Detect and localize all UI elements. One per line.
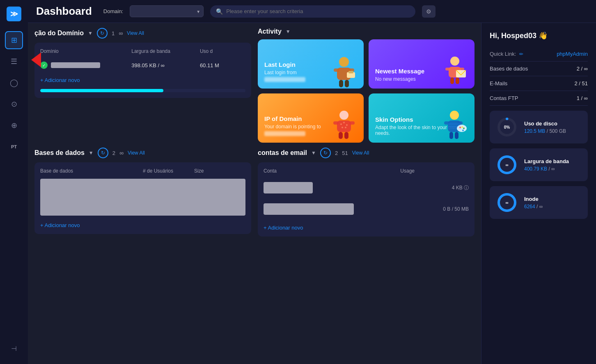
last-login-card[interactable]: Last Login Last login from	[258, 39, 364, 89]
right-sidebar: Hi, Hosped03 👋 Quick Link: ✏ phpMyAdmin …	[481, 23, 596, 364]
databases-view-all[interactable]: View All	[128, 150, 145, 156]
svg-point-8	[450, 57, 459, 66]
domain-table-row: ✓ 398.05 KB / ∞ 60.11 M	[40, 58, 245, 72]
usage-col-header: Uso d	[200, 48, 245, 54]
stat-emails-value: 2 / 51	[574, 80, 588, 86]
databases-table-header: Base de dados # de Usuários Size	[40, 168, 245, 177]
user-icon: ◯	[10, 78, 18, 87]
sidebar-item-messages[interactable]: ☰	[5, 52, 23, 71]
sidebar-item-dashboard[interactable]: ⊞	[5, 31, 23, 49]
email-row-1-bar	[264, 182, 313, 193]
stat-row-ftp: Contas FTP 1 / ∞	[490, 91, 588, 106]
domain-view-all[interactable]: View All	[127, 30, 144, 36]
domain-table: Domínio Largura de banda Uso d ✓ 398.05 …	[34, 43, 251, 98]
settings-icon: ⊙	[11, 100, 17, 109]
databases-refresh-button[interactable]: ↻	[98, 148, 108, 158]
domain-select-wrapper: ▼	[130, 5, 204, 17]
last-login-value-bar	[264, 77, 305, 82]
bandwidth-col-header: Largura de banda	[131, 48, 200, 54]
activity-chevron-icon[interactable]: ▼	[286, 29, 291, 34]
disk-donut-label: 0%	[504, 125, 510, 130]
domain-select[interactable]	[130, 5, 204, 17]
email-chevron-icon[interactable]: ▼	[311, 150, 316, 156]
dashboard-icon: ⊞	[11, 36, 17, 45]
disk-resource-value: 120.5 MB / 500 GB	[524, 128, 581, 134]
svg-rect-20	[344, 132, 348, 139]
sidebar: ≫ ⊞ ☰ ◯ ⊙ ⊕ PT ⊣	[0, 0, 28, 364]
quick-link-row: Quick Link: ✏ phpMyAdmin	[490, 47, 588, 61]
logout-icon: ⊣	[11, 345, 17, 353]
domain-status-icon: ✓	[40, 61, 48, 69]
ip-domain-value-bar	[264, 131, 305, 136]
stat-row-databases: Bases de dados 2 / ∞	[490, 61, 588, 76]
app-logo[interactable]: ≫	[7, 7, 21, 21]
topbar: Dashboard Domain: ▼ 🔍 ⚙	[28, 0, 596, 23]
bandwidth-resource-card: ∞ Largura de banda 400.79 KB / ∞	[490, 148, 588, 181]
svg-rect-19	[339, 132, 343, 139]
svg-rect-5	[345, 80, 349, 87]
bandwidth-donut: ∞	[496, 154, 518, 175]
databases-count: 2	[112, 150, 115, 156]
email-refresh-button[interactable]: ↻	[320, 148, 331, 158]
activity-section-title: Activity	[258, 28, 282, 35]
svg-rect-2	[334, 68, 339, 72]
newest-message-illustration	[438, 52, 471, 89]
databases-title: Bases de dados	[34, 149, 85, 157]
inode-donut: ∞	[496, 192, 518, 213]
sidebar-item-logout[interactable]: ⊣	[5, 339, 23, 357]
db-add-new-button[interactable]: + Adicionar novo	[40, 217, 245, 228]
search-bar[interactable]: 🔍	[210, 5, 415, 18]
filter-button[interactable]: ⚙	[422, 5, 436, 18]
edit-icon[interactable]: ✏	[519, 51, 523, 57]
page-title: Dashboard	[36, 5, 92, 18]
domain-count: 1	[112, 30, 115, 36]
search-input[interactable]	[226, 8, 410, 14]
skin-options-card[interactable]: Skin Options Adapt the look of the skin …	[369, 93, 475, 143]
sidebar-item-user[interactable]: ◯	[5, 74, 23, 92]
email-title: contas de email	[258, 149, 307, 157]
svg-rect-7	[348, 71, 353, 73]
stat-row-emails: E-Mails 2 / 51	[490, 76, 588, 91]
domain-add-new-button[interactable]: + Adicionar novo	[40, 72, 245, 83]
domain-chevron-icon[interactable]: ▼	[88, 30, 93, 36]
sidebar-bottom: ⊣	[5, 339, 23, 357]
sidebar-item-lang[interactable]: PT	[5, 138, 23, 156]
svg-rect-10	[445, 68, 450, 71]
content-area: ção do Domínio ▼ ↻ 1 ∞ View All Domínio …	[28, 23, 596, 364]
svg-point-36	[461, 126, 463, 128]
svg-rect-13	[456, 77, 459, 84]
svg-point-23	[346, 124, 348, 126]
email-count: 2	[335, 150, 338, 156]
email-add-new-button[interactable]: + Adicionar novo	[264, 220, 469, 231]
svg-point-34	[457, 125, 467, 132]
databases-chevron-icon[interactable]: ▼	[89, 150, 94, 156]
email-section: contas de email ▼ ↻ 2 51 View All Conta …	[258, 143, 475, 237]
svg-point-26	[450, 111, 459, 120]
usage-value: 60.11 M	[200, 62, 245, 68]
domain-refresh-button[interactable]: ↻	[97, 28, 108, 39]
svg-point-0	[339, 57, 349, 67]
activity-section-header: Activity ▼	[258, 23, 475, 39]
databases-infinity: ∞	[119, 150, 124, 156]
ip-domain-illustration	[328, 106, 360, 143]
svg-point-38	[462, 130, 464, 131]
email-table: Conta Usage 4 KB ⓘ 0 B / 50 MB	[258, 162, 475, 237]
sidebar-item-globe[interactable]: ⊕	[5, 116, 23, 134]
domain-section: ção do Domínio ▼ ↻ 1 ∞ View All Domínio …	[34, 23, 251, 143]
greeting: Hi, Hosped03 👋	[490, 31, 588, 40]
main-area: Dashboard Domain: ▼ 🔍 ⚙ ção do Domínio ▼	[28, 0, 596, 364]
newest-message-card[interactable]: Newest Message No new messages	[369, 39, 475, 89]
email-view-all[interactable]: View All	[352, 150, 369, 156]
activity-grid: Last Login Last login from	[258, 39, 475, 143]
svg-point-24	[342, 127, 343, 128]
domain-progress-fill	[40, 89, 163, 92]
email-row-2-usage: 0 B / 50 MB	[443, 206, 469, 212]
quick-link-value[interactable]: phpMyAdmin	[557, 51, 588, 57]
bandwidth-resource-value: 400.79 KB / ∞	[524, 166, 581, 172]
domain-progress-bar	[40, 89, 245, 92]
domain-name-bar	[51, 62, 100, 68]
ip-domain-card[interactable]: IP of Domain Your domain is pointing to	[258, 93, 364, 143]
email-row-1: 4 KB ⓘ	[264, 177, 469, 198]
sidebar-item-settings[interactable]: ⊙	[5, 95, 23, 113]
disk-resource-info: Uso de disco 120.5 MB / 500 GB	[524, 121, 581, 134]
